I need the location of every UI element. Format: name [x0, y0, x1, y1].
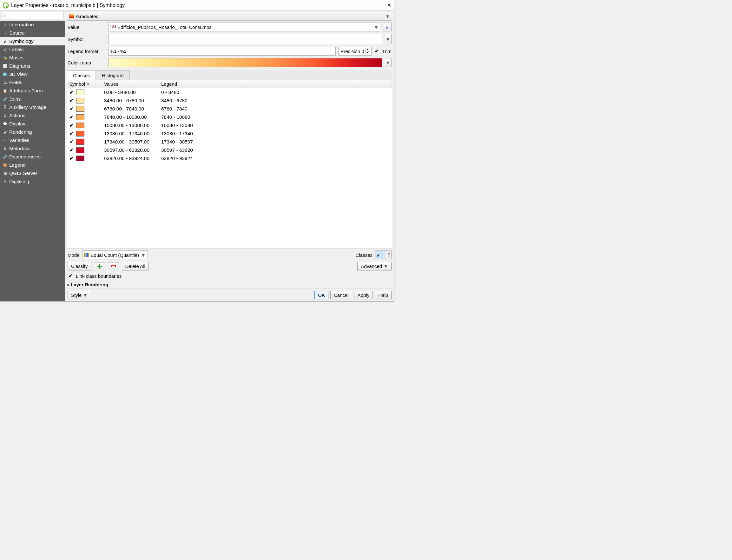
renderer-type-label: Graduated	[76, 14, 99, 19]
color-ramp-preview[interactable]	[108, 58, 382, 67]
sidebar-icon: 🖥	[3, 171, 7, 176]
sidebar-icon: 🗎	[3, 146, 7, 151]
sidebar-item-labels[interactable]: 🏷Labels	[0, 45, 65, 54]
class-legend: 30597 - 63820	[159, 147, 392, 153]
sidebar-item-actions[interactable]: ⚙Actions	[0, 111, 65, 120]
remove-class-button[interactable]	[108, 263, 119, 270]
spin-down-icon[interactable]: ▼	[366, 51, 370, 54]
sidebar-item-rendering[interactable]: 🖌Rendering	[0, 128, 65, 136]
sidebar-item-digitizing[interactable]: ✎Digitizing	[0, 177, 65, 186]
sidebar-item-dependencies[interactable]: 🔗Dependencies	[0, 153, 65, 161]
class-visibility-checkbox[interactable]: ✔	[69, 131, 74, 137]
class-swatch-icon	[76, 90, 84, 95]
value-field-dropdown[interactable]: 123 Edificios_Publicos_Rosario_Total Con…	[108, 23, 380, 31]
sidebar-item-3d-view[interactable]: 🧊3D View	[0, 70, 65, 78]
class-legend: 10080 - 13080	[159, 123, 392, 128]
classes-table: Symbol ▼ Values Legend ✔0.00 - 3480.000 …	[67, 80, 392, 248]
sidebar-item-variables[interactable]: 〰Variables	[0, 136, 65, 144]
spin-up-icon[interactable]: ▲	[366, 48, 370, 51]
symbol-dropdown[interactable]: ▼	[384, 34, 391, 44]
classes-count-spinner[interactable]: ▲ ▼	[375, 250, 391, 259]
expression-button[interactable]: ε	[382, 23, 391, 31]
header-symbol[interactable]: Symbol ▼	[67, 80, 102, 88]
sidebar-item-qgis-server[interactable]: 🖥QGIS Server	[0, 169, 65, 177]
sidebar-item-label: Metadata	[9, 146, 30, 151]
ok-button[interactable]: OK	[315, 291, 329, 299]
search-input[interactable]	[2, 12, 63, 19]
class-visibility-checkbox[interactable]: ✔	[69, 90, 74, 95]
sidebar-item-metadata[interactable]: 🗎Metadata	[0, 144, 65, 153]
style-button[interactable]: Style ▼	[68, 291, 91, 299]
class-visibility-checkbox[interactable]: ✔	[69, 114, 74, 120]
class-legend: 63820 - 93924	[159, 156, 392, 161]
classes-count-input[interactable]	[375, 251, 385, 259]
class-legend: 7840 - 10080	[159, 114, 392, 120]
class-row[interactable]: ✔10080.00 - 13080.0010080 - 13080	[67, 121, 392, 130]
header-values[interactable]: Values	[102, 80, 159, 88]
class-row[interactable]: ✔63820.00 - 93924.0063820 - 93924	[67, 154, 392, 163]
close-button[interactable]: ✕	[386, 2, 392, 9]
class-row[interactable]: ✔7840.00 - 10080.007840 - 10080	[67, 113, 392, 121]
layer-rendering-section[interactable]: ▸ Layer Rendering	[65, 281, 394, 289]
advanced-button[interactable]: Advanced ▼	[357, 262, 391, 270]
tab-histogram[interactable]: Histogram	[96, 70, 130, 80]
help-button[interactable]: Help	[375, 291, 391, 299]
cancel-button[interactable]: Cancel	[330, 291, 352, 299]
add-class-button[interactable]	[94, 263, 105, 270]
tab-classes[interactable]: Classes	[67, 70, 96, 80]
class-visibility-checkbox[interactable]: ✔	[69, 106, 74, 112]
sidebar-item-attributes-form[interactable]: 📋Attributes Form	[0, 87, 65, 95]
class-legend: 17340 - 30597	[159, 139, 392, 145]
apply-button[interactable]: Apply	[354, 291, 373, 299]
sidebar-icon: 🔗	[3, 155, 7, 159]
symbol-preview[interactable]	[108, 34, 382, 44]
class-visibility-checkbox[interactable]: ✔	[69, 123, 74, 128]
class-legend: 6780 - 7840	[159, 106, 392, 112]
sidebar-item-masks[interactable]: 🎭Masks	[0, 54, 65, 62]
sidebar-item-auxiliary-storage[interactable]: 🗄Auxiliary Storage	[0, 103, 65, 111]
chevron-down-icon: ▼	[141, 252, 146, 258]
class-visibility-checkbox[interactable]: ✔	[69, 147, 74, 153]
class-visibility-checkbox[interactable]: ✔	[69, 98, 74, 103]
sidebar-item-fields[interactable]: 🗂Fields	[0, 78, 65, 87]
sidebar-item-symbology[interactable]: 🖌Symbology	[0, 37, 65, 45]
class-visibility-checkbox[interactable]: ✔	[69, 156, 74, 161]
delete-all-button[interactable]: Delete All	[122, 262, 149, 270]
class-row[interactable]: ✔3480.00 - 6780.003480 - 6780	[67, 97, 392, 105]
color-ramp-dropdown[interactable]: ▼	[384, 58, 391, 67]
classify-button[interactable]: Classify	[68, 262, 91, 270]
class-visibility-checkbox[interactable]: ✔	[69, 139, 74, 145]
spin-down-icon[interactable]: ▼	[387, 255, 391, 258]
mode-dropdown[interactable]: Equal Count (Quantile) ▼	[82, 250, 148, 259]
chevron-down-icon: ▼	[385, 14, 390, 19]
legend-format-input[interactable]	[108, 47, 336, 56]
spin-up-icon[interactable]: ▲	[387, 252, 391, 255]
class-row[interactable]: ✔13080.00 - 17340.0013080 - 17340	[67, 130, 392, 138]
chevron-right-icon: ▸	[68, 283, 70, 287]
sidebar-item-display[interactable]: 💬Display	[0, 120, 65, 128]
precision-label: Precision 0	[341, 49, 364, 54]
renderer-type-dropdown[interactable]: Graduated ▼	[67, 12, 392, 21]
sidebar-item-label: Masks	[9, 55, 23, 61]
header-legend[interactable]: Legend	[159, 80, 392, 88]
sidebar-item-label: Source	[9, 30, 25, 36]
sidebar-item-source[interactable]: ⭑Source	[0, 29, 65, 37]
class-row[interactable]: ✔0.00 - 3480.000 - 3480	[67, 88, 392, 97]
qgis-logo-icon	[2, 2, 9, 9]
sort-down-icon: ▼	[86, 82, 90, 86]
sidebar-item-joins[interactable]: 🔗Joins	[0, 95, 65, 103]
precision-spinner[interactable]: Precision 0 ▲ ▼	[338, 47, 371, 56]
sidebar-item-legend[interactable]: 🎨Legend	[0, 161, 65, 169]
class-row[interactable]: ✔17340.00 - 30597.0017340 - 30597	[67, 138, 392, 146]
class-values: 13080.00 - 17340.00	[102, 131, 159, 137]
sidebar-item-label: Dependencies	[9, 154, 41, 160]
class-row[interactable]: ✔30597.00 - 63820.0030597 - 63820	[67, 146, 392, 154]
link-boundaries-checkbox[interactable]: ✔	[68, 273, 73, 279]
class-values: 17340.00 - 30597.00	[102, 139, 159, 145]
quantile-icon	[84, 253, 89, 257]
sidebar-item-label: Actions	[9, 113, 25, 118]
trim-checkbox[interactable]: ✔	[374, 48, 380, 54]
sidebar-item-diagrams[interactable]: 📊Diagrams	[0, 62, 65, 70]
sidebar-item-information[interactable]: ℹInformation	[0, 21, 65, 29]
class-row[interactable]: ✔6780.00 - 7840.006780 - 7840	[67, 105, 392, 113]
